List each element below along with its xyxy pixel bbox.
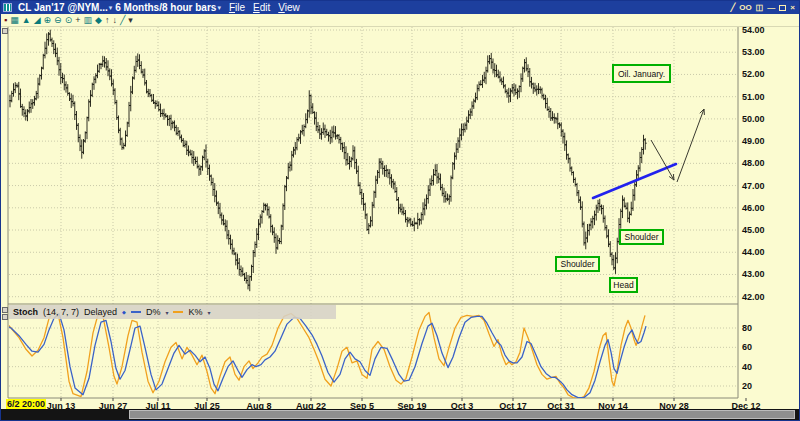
- chart-type-icon[interactable]: ▪: [4, 14, 7, 26]
- d-line-dropdown-icon[interactable]: ▾: [165, 309, 168, 316]
- window-controls: ╱OO◫—×: [730, 3, 795, 13]
- head-label[interactable]: Head: [610, 278, 637, 292]
- price-tick-label: 49.00: [742, 136, 765, 146]
- price-tick-label: 44.00: [742, 247, 765, 257]
- stoch-legend: Stoch (14, 7, 7) Delayed ◆ D% ▾ K% ▾: [9, 305, 336, 319]
- scrollbar-thumb[interactable]: [129, 410, 795, 419]
- zoom-out-icon[interactable]: ⊖: [54, 14, 62, 26]
- menu-view[interactable]: View: [278, 1, 300, 14]
- k-line-swatch: [173, 311, 183, 313]
- more-tools-icon[interactable]: ▾: [128, 14, 133, 26]
- price-tick-label: 53.00: [742, 47, 765, 57]
- annotation-text: Shoulder: [560, 259, 594, 269]
- interval-dropdown-icon[interactable]: ▾: [217, 4, 221, 12]
- stoch-status-icon: ◆: [122, 309, 126, 315]
- d-line-label: D%: [146, 307, 161, 317]
- zoom-in-icon[interactable]: ⊕: [44, 14, 52, 26]
- menu-file[interactable]: File: [229, 1, 245, 14]
- price-tick-label: 46.00: [742, 203, 765, 213]
- k-line-dropdown-icon[interactable]: ▾: [207, 309, 210, 316]
- annotation-text: Shoulder: [624, 232, 658, 242]
- draw-line-icon[interactable]: ╱: [120, 14, 125, 26]
- close-icon[interactable]: ×: [790, 3, 795, 13]
- zoom-window-icon[interactable]: ⊙: [65, 14, 73, 26]
- price-tick-label: 47.00: [742, 181, 765, 191]
- stoch-mode: Delayed: [84, 307, 117, 317]
- price-tick-label: 48.00: [742, 158, 765, 168]
- chart-window-icon: [3, 3, 12, 12]
- stoch-tick-label: 60: [742, 342, 752, 352]
- stoch-name[interactable]: Stoch: [13, 307, 38, 317]
- title-bar: CL Jan'17 @NYM... ▾ 6 Months/8 hour bars…: [1, 1, 799, 14]
- interval-title[interactable]: 6 Months/8 hour bars: [115, 1, 216, 14]
- scroll-up-icon[interactable]: ↑: [105, 14, 110, 26]
- stoch-panel-button-2[interactable]: [2, 314, 8, 320]
- annotation-text: Oil. January.: [618, 69, 665, 79]
- crosshair-icon[interactable]: +: [75, 14, 80, 26]
- d-line-swatch: [131, 311, 141, 313]
- menu-edit[interactable]: Edit: [253, 1, 270, 14]
- price-panel-button[interactable]: [2, 28, 8, 34]
- draw-tool-icon[interactable]: ╱: [730, 3, 735, 13]
- grid-icon[interactable]: ▦: [10, 14, 19, 26]
- pin-icon[interactable]: ◫: [756, 3, 764, 13]
- link-windows-icon[interactable]: OO: [739, 3, 751, 13]
- price-tick-label: 43.00: [742, 269, 765, 279]
- stoch-tick-label: 40: [742, 362, 752, 372]
- marker-icon[interactable]: ◆: [95, 14, 102, 26]
- k-line-label: K%: [188, 307, 202, 317]
- annotation-text: Head: [613, 280, 634, 290]
- horizontal-scrollbar[interactable]: [1, 409, 799, 420]
- symbol-dropdown-icon[interactable]: ▾: [109, 4, 113, 12]
- price-tick-label: 51.00: [742, 92, 765, 102]
- indicator-icon[interactable]: ▥: [83, 14, 92, 26]
- right-shoulder-label[interactable]: Shoulder: [620, 230, 663, 244]
- chart-window: CL Jan'17 @NYM... ▾ 6 Months/8 hour bars…: [0, 0, 800, 421]
- price-tick-label: 50.00: [742, 114, 765, 124]
- oil-january-label[interactable]: Oil. January.: [613, 65, 670, 82]
- symbol-title[interactable]: CL Jan'17 @NYM...: [18, 1, 108, 14]
- stoch-tick-label: 20: [742, 381, 752, 391]
- chart-canvas[interactable]: Oil. January.ShoulderShoulderHead54.0053…: [1, 1, 800, 411]
- scroll-down-icon[interactable]: ↓: [112, 14, 117, 26]
- toolbar: ▪▦▲◢⊕⊖⊙+▥◆↑↓╱▾: [1, 14, 799, 27]
- price-tick-label: 52.00: [742, 69, 765, 79]
- price-tick-label: 45.00: [742, 225, 765, 235]
- stoch-params: (14, 7, 7): [43, 307, 79, 317]
- area-chart-icon[interactable]: ▲: [22, 14, 31, 26]
- maximize-icon[interactable]: [779, 5, 786, 11]
- stoch-tick-label: 80: [742, 323, 752, 333]
- left-shoulder-label[interactable]: Shoulder: [556, 257, 599, 271]
- price-tick-label: 42.00: [742, 292, 765, 302]
- trend-icon[interactable]: ◢: [34, 14, 41, 26]
- stoch-panel-button-1[interactable]: [2, 307, 8, 313]
- minimize-icon[interactable]: —: [767, 3, 775, 13]
